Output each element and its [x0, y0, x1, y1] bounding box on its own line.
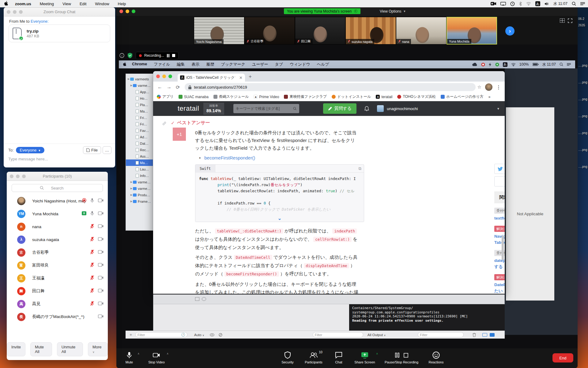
- api-doc-link[interactable]: becomeFirstResponder(): [199, 155, 255, 160]
- attach-file-button[interactable]: File: [83, 146, 101, 154]
- notification-center-icon[interactable]: [567, 63, 571, 66]
- shared-menu-6[interactable]: ユーザー: [252, 62, 268, 67]
- camera-icon[interactable]: [98, 263, 104, 268]
- participant-row[interactable]: 王王福瀛: [7, 272, 108, 285]
- view-options-dropdown[interactable]: View Options▼: [380, 8, 406, 14]
- mic-muted-icon[interactable]: [90, 224, 94, 230]
- bookmark-item[interactable]: アプリ: [157, 94, 174, 99]
- participant-row[interactable]: 舞田口舞: [7, 285, 108, 297]
- trash-icon[interactable]: [472, 333, 476, 337]
- window-controls[interactable]: [7, 10, 23, 14]
- xcode-navigator-item[interactable]: Ass…: [126, 153, 153, 159]
- bookmark-item[interactable]: ドットインストール: [332, 94, 371, 99]
- shared-menu-3[interactable]: 表示: [191, 62, 199, 67]
- fullscreen-icon[interactable]: [568, 18, 572, 24]
- info-icon[interactable]: i: [119, 53, 124, 58]
- xcode-navigator-item[interactable]: Lau…: [126, 166, 153, 172]
- notification-center-icon[interactable]: [580, 2, 585, 6]
- mic-muted-icon[interactable]: [90, 301, 94, 307]
- camera-icon[interactable]: [98, 250, 104, 255]
- console-panel-toggle-icon[interactable]: [482, 333, 487, 337]
- desktop-file-label[interactable]: ….png: [578, 81, 588, 84]
- xcode-navigator-item[interactable]: ▶varmeets: [126, 76, 153, 82]
- participant-row[interactable]: 古古谷彩季: [7, 246, 108, 259]
- video-tile[interactable]: Yuna Mochida: [447, 17, 497, 44]
- shared-menu-8[interactable]: ウィンドウ: [290, 62, 310, 67]
- shared-menu-2[interactable]: 編集: [177, 62, 185, 67]
- green-app-icon[interactable]: [495, 63, 499, 67]
- browser-tab[interactable]: Λ iOS - TableViewCell クリックで ✕: [178, 74, 245, 82]
- shared-menu-9[interactable]: ヘルプ: [317, 62, 329, 67]
- menu-bar-clock[interactable]: 水 11:07: [553, 1, 567, 6]
- related-question-link[interactable]: DatePickerを使用しToDoリストに日付を追加したい: [494, 282, 505, 294]
- menu-window[interactable]: Window: [95, 2, 109, 6]
- xcode-navigator-item[interactable]: Fri…: [126, 121, 153, 127]
- menu-help[interactable]: Help: [118, 2, 126, 6]
- window-controls[interactable]: [119, 10, 135, 13]
- mic-icon[interactable]: [90, 198, 94, 204]
- next-participants-button[interactable]: ›: [505, 26, 514, 36]
- shared-menu-4[interactable]: 履歴: [206, 62, 214, 67]
- zoom-camera-icon[interactable]: [491, 2, 496, 6]
- xcode-navigator-item[interactable]: Pla…: [126, 102, 153, 108]
- close-tab-icon[interactable]: ✕: [239, 75, 243, 80]
- add-filter-icon[interactable]: ＋: [129, 332, 133, 338]
- camera-icon[interactable]: [98, 237, 104, 242]
- xcode-navigator-item[interactable]: Info…: [126, 172, 153, 179]
- cloud-icon[interactable]: [472, 63, 477, 66]
- chat-message-input[interactable]: [8, 157, 109, 161]
- bookmark-item[interactable]: 東映特撮ファンクラブ: [284, 94, 327, 99]
- xcode-navigator-item[interactable]: Ma…: [126, 159, 153, 166]
- xcode-navigator-item[interactable]: ▶Frame…: [126, 198, 153, 205]
- recipient-dropdown[interactable]: Everyone▼: [16, 147, 44, 153]
- reload-button[interactable]: ⟳: [176, 84, 180, 90]
- permalink-icon[interactable]: [162, 121, 167, 127]
- desktop-file-label[interactable]: ….png: [578, 165, 588, 168]
- participant-row[interactable]: Yoichi Nagashima (Host, me): [7, 194, 108, 207]
- spotlight-search-icon[interactable]: [572, 2, 576, 6]
- bookmark-item[interactable]: »: [488, 95, 491, 99]
- red-app-icon[interactable]: [481, 63, 485, 67]
- camera-icon[interactable]: [98, 288, 104, 294]
- bookmark-item[interactable]: SUAC manaba: [179, 95, 209, 99]
- apple-menu-icon[interactable]: [4, 1, 8, 6]
- mic-muted-icon[interactable]: [90, 288, 94, 294]
- volume-icon[interactable]: [545, 2, 549, 6]
- xcode-navigator-item[interactable]: ▶varme…: [126, 82, 153, 89]
- split-panel-toggle-icon[interactable]: [490, 333, 495, 337]
- shared-file-card[interactable]: ✓ try.zip 487 KB: [9, 25, 110, 42]
- spotlight-search-icon[interactable]: [560, 63, 563, 66]
- shared-menu-5[interactable]: ブックマーク: [221, 62, 245, 67]
- xcode-navigator-item[interactable]: Ho…: [126, 95, 153, 102]
- clear-icon[interactable]: [219, 333, 222, 337]
- video-tile[interactable]: nana: [396, 17, 447, 44]
- window-controls[interactable]: [10, 174, 26, 178]
- hatena-bookmark-button[interactable]: B! 1: [494, 176, 505, 186]
- video-options-caret[interactable]: ∧: [167, 352, 169, 355]
- participants-titlebar[interactable]: Participants (10): [7, 172, 108, 181]
- video-tile[interactable]: suzuka nagata: [345, 17, 396, 44]
- expand-code-icon[interactable]: ⌄: [278, 216, 282, 221]
- site-search-input[interactable]: [236, 106, 293, 111]
- menu-edit[interactable]: Edit: [80, 2, 86, 6]
- video-tile[interactable]: Yoichi Nagashima: [194, 17, 244, 44]
- bookmark-star-icon[interactable]: ☆: [477, 84, 481, 90]
- bookmark-item[interactable]: TOHOシネマズ浜松: [397, 94, 436, 99]
- video-tile[interactable]: 田口舞: [295, 17, 345, 44]
- menu-view[interactable]: View: [62, 2, 71, 6]
- new-tab-button[interactable]: +: [249, 74, 252, 80]
- stop-icon[interactable]: [404, 353, 408, 358]
- desktop-file-label[interactable]: ….png: [578, 114, 588, 118]
- filter-field[interactable]: Filter: [418, 332, 464, 337]
- participant-row[interactable]: YMYuna Mochida: [7, 207, 108, 220]
- user-menu-caret-icon[interactable]: ▼: [497, 107, 500, 110]
- bluetooth-icon[interactable]: [519, 2, 522, 6]
- menu-zoom-us[interactable]: zoom.us: [15, 2, 31, 6]
- desktop-file-label[interactable]: ….png: [578, 131, 588, 135]
- menu-meeting[interactable]: Meeting: [40, 2, 54, 6]
- participant-row[interactable]: nnana: [7, 220, 108, 233]
- mic-muted-icon[interactable]: [90, 249, 94, 256]
- code-language-tab[interactable]: Swift: [195, 165, 215, 173]
- desktop-file-label[interactable]: ….png: [578, 64, 588, 67]
- xcode-navigator-item[interactable]: ▶Produ…: [126, 192, 153, 198]
